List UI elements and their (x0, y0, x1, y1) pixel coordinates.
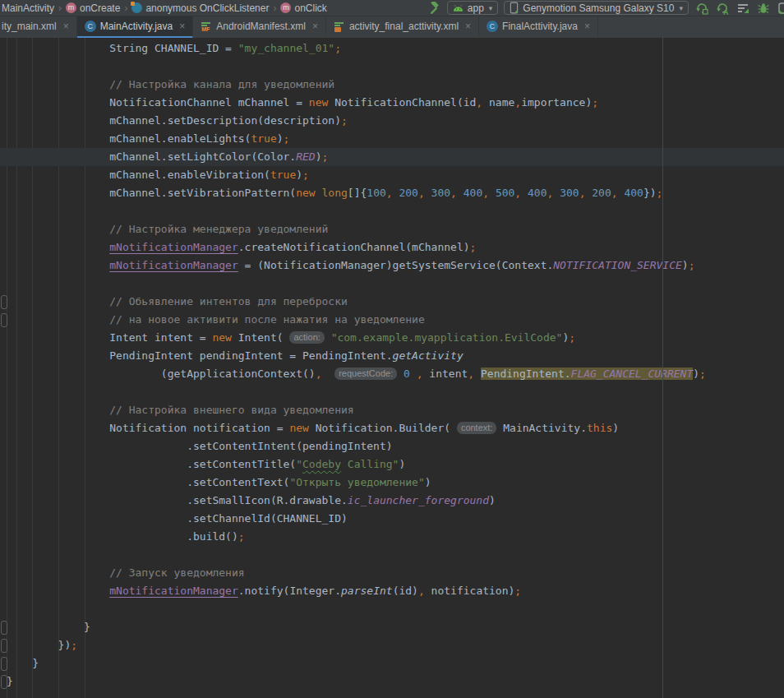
code-token: ) (425, 476, 431, 488)
code-token: NotificationChannel(id (328, 96, 476, 109)
code-line[interactable]: }); (0, 636, 784, 654)
profiler-glyph (736, 2, 749, 15)
fold-marker-icon[interactable] (1, 313, 7, 327)
tab-mainactivity-java[interactable]: C MainActivity.java × (77, 16, 194, 39)
code-token: Intent intent = (7, 331, 212, 344)
code-line[interactable]: } (0, 618, 784, 636)
code-line[interactable]: String CHANNEL_ID = "my_channel_01"; (0, 39, 784, 58)
code-line[interactable]: .setChannelId(CHANNEL_ID) (0, 510, 784, 528)
code-token: importance) (521, 96, 592, 109)
code-line[interactable]: Notification notification = new Notifica… (0, 419, 784, 437)
code-line[interactable]: mNotificationManager = (NotificationMana… (0, 257, 784, 275)
breadcrumb-item-oncreate[interactable]: m onCreate (66, 2, 120, 14)
code-line[interactable]: } (0, 654, 784, 673)
close-icon[interactable]: × (312, 21, 318, 32)
code-line[interactable]: mChannel.setDescription(description); (0, 112, 784, 130)
code-line[interactable]: NotificationChannel mChannel = new Notif… (0, 94, 784, 112)
code-line[interactable]: } (0, 673, 784, 691)
code-token: } (7, 675, 13, 687)
breadcrumb-item-mainactivity[interactable]: MainActivity (2, 2, 54, 14)
tab-activity-main-xml[interactable]: ity_main.xml × (0, 16, 77, 39)
tab-finalacttivity-java[interactable]: C FinalActtivity.java × (479, 16, 598, 39)
anonymous-class-icon (131, 2, 142, 13)
code-line[interactable]: .setContentText("Открыть уведомление") (0, 474, 784, 492)
android-icon (453, 5, 463, 12)
code-line[interactable] (0, 202, 784, 220)
code-area[interactable]: String CHANNEL_ID = "my_channel_01"; // … (0, 39, 784, 691)
code-line[interactable]: // Настройка внешнего вида уведомления (0, 401, 784, 419)
debug-bug-icon[interactable] (756, 1, 771, 16)
close-icon[interactable]: × (63, 21, 69, 32)
code-token: .createNotificationChannel(mChannel) (238, 241, 470, 253)
fold-marker-icon[interactable] (1, 657, 7, 671)
code-line[interactable]: // на новое активити после нажатия на ув… (0, 311, 784, 329)
code-line[interactable]: .setSmallIcon(R.drawable.ic_launcher_for… (0, 492, 784, 510)
code-token: String CHANNEL_ID = (7, 42, 238, 54)
code-token: .setSmallIcon(R.drawable. (7, 494, 348, 506)
close-icon[interactable]: × (465, 21, 471, 32)
code-token: PendingIntent. (481, 367, 571, 380)
fold-marker-icon[interactable] (1, 675, 7, 689)
code-editor[interactable]: String CHANNEL_ID = "my_channel_01"; // … (0, 38, 784, 698)
code-line[interactable]: .setContentIntent(pendingIntent) (0, 437, 784, 455)
code-line[interactable]: // Настройка канала для уведомлений (0, 76, 784, 94)
code-token: "my_channel_01" (238, 42, 334, 54)
code-token: ; (302, 169, 309, 181)
build-hammer-icon[interactable] (427, 1, 441, 16)
code-token: // на новое активити после нажатия на ув… (7, 313, 425, 326)
code-line[interactable]: mNotificationManager.notify(Integer.pars… (0, 582, 784, 600)
code-token: Notification notification = (7, 422, 289, 434)
tab-label: FinalActtivity.java (502, 21, 578, 32)
tab-androidmanifest-xml[interactable]: MF AndroidManifest.xml × (193, 16, 326, 39)
code-token: new (212, 331, 231, 344)
run-configuration-select[interactable]: app ▾ (447, 1, 499, 15)
code-line[interactable]: mNotificationManager.createNotificationC… (0, 238, 784, 257)
code-line[interactable]: mChannel.enableVibration(true); (0, 166, 784, 184)
fold-marker-icon[interactable] (1, 639, 7, 653)
device-select[interactable]: Genymotion Samsung Galaxy S10 ▾ (504, 1, 689, 15)
code-token: , (476, 96, 482, 109)
code-line[interactable] (0, 275, 784, 293)
code-token: Calling" (341, 458, 399, 470)
run-configuration-label: app (468, 2, 484, 14)
code-line[interactable]: mChannel.enableLights(true); (0, 130, 784, 148)
code-line[interactable]: Intent intent = new Intent( action: "com… (0, 329, 784, 347)
apply-changes-restart-icon[interactable] (694, 1, 709, 16)
code-token: mNotificationManager (109, 585, 238, 597)
code-token: ; (470, 241, 477, 253)
apply-code-changes-icon[interactable]: A (715, 1, 730, 16)
code-token (7, 241, 109, 253)
close-icon[interactable]: × (584, 21, 590, 32)
code-token (397, 367, 404, 380)
code-token: ; (341, 114, 348, 127)
code-line[interactable]: .setContentTitle("Codeby Calling") (0, 455, 784, 474)
code-line[interactable] (0, 546, 784, 564)
code-line[interactable] (0, 600, 784, 618)
code-line[interactable] (0, 383, 784, 401)
code-line[interactable]: // Запуск уведомления (0, 564, 784, 582)
code-line[interactable]: .build(); (0, 528, 784, 546)
code-line[interactable]: // Обьявление интентов для переброски (0, 293, 784, 311)
fold-marker-icon[interactable] (1, 295, 7, 309)
chevron-down-icon: ▾ (679, 4, 683, 12)
code-line[interactable]: mChannel.setVibrationPattern(new long[]{… (0, 184, 784, 202)
device-manager-icon[interactable] (777, 1, 784, 16)
code-line[interactable]: (getApplicationContext(), requestCode: 0… (0, 365, 784, 383)
tab-label: MainActivity.java (100, 21, 173, 32)
profiler-icon[interactable] (736, 1, 750, 16)
code-line[interactable] (0, 58, 784, 76)
code-line[interactable]: // Настройка менеджера уведомлений (0, 220, 784, 238)
code-token: "com.example.myapplication.EvilCode" (331, 331, 563, 344)
code-line[interactable]: mChannel.setLightColor(Color.RED); (0, 148, 784, 166)
tab-activity-final-acttivity-xml[interactable]: activity_final_acttivity.xml × (326, 16, 479, 39)
code-token: 0 (404, 367, 410, 380)
fold-marker-icon[interactable] (1, 621, 7, 635)
code-token: NotificationChannel mChannel = (7, 96, 309, 109)
close-icon[interactable]: × (179, 21, 185, 32)
breadcrumb: MainActivity › m onCreate › anonymous On… (0, 2, 327, 14)
code-line[interactable]: PendingIntent pendingIntent = PendingInt… (0, 347, 784, 365)
breadcrumb-item-anonymous-listener[interactable]: anonymous OnClickListener (131, 2, 269, 14)
code-token: ; (71, 639, 77, 651)
breadcrumb-item-onclick[interactable]: m onClick (280, 2, 326, 14)
code-token: }) (643, 187, 657, 199)
